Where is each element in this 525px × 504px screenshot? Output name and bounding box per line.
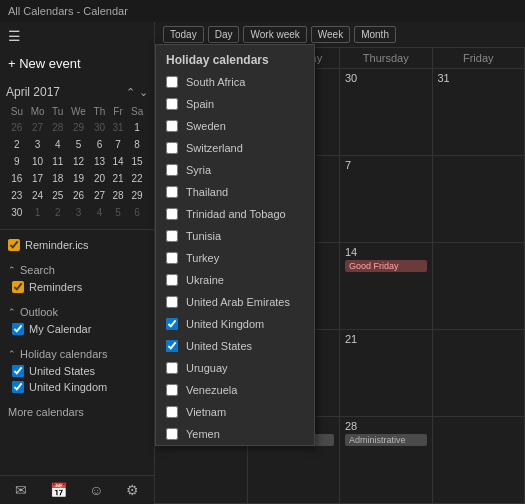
dropdown-item[interactable]: United States [156,335,314,357]
mini-cal-day[interactable]: 30 [8,205,26,220]
dropdown-item[interactable]: Spain [156,93,314,115]
mini-cal-day[interactable]: 31 [110,120,126,135]
work-week-button[interactable]: Work week [243,26,306,43]
dropdown-item[interactable]: Uruguay [156,357,314,379]
dropdown-item-checkbox[interactable] [166,120,178,132]
dropdown-item-checkbox[interactable] [166,186,178,198]
mini-cal-day[interactable]: 3 [68,205,89,220]
dropdown-item-checkbox[interactable] [166,428,178,440]
dropdown-item[interactable]: United Kingdom [156,313,314,335]
mini-cal-day[interactable]: 21 [110,171,126,186]
new-event-button[interactable]: + New event [8,52,146,75]
dropdown-item-checkbox[interactable] [166,98,178,110]
calendar-day[interactable]: 7 [340,156,433,242]
dropdown-item-checkbox[interactable] [166,142,178,154]
dropdown-item[interactable]: Trinidad and Tobago [156,203,314,225]
mini-cal-day[interactable]: 20 [91,171,108,186]
mini-cal-day[interactable]: 23 [8,188,26,203]
event-badge[interactable]: Administrative [345,434,427,446]
dropdown-item-checkbox[interactable] [166,164,178,176]
mini-cal-day[interactable]: 26 [8,120,26,135]
mini-cal-day[interactable]: 4 [49,137,66,152]
reminder-ics-checkbox[interactable] [8,239,20,251]
mini-cal-day[interactable]: 3 [28,137,48,152]
mini-cal-day[interactable]: 18 [49,171,66,186]
hamburger-button[interactable]: ☰ [8,28,146,44]
event-badge[interactable]: Good Friday [345,260,427,272]
dropdown-item-checkbox[interactable] [166,318,178,330]
mini-cal-day[interactable]: 30 [91,120,108,135]
mini-cal-day[interactable]: 25 [49,188,66,203]
mini-cal-day[interactable]: 29 [68,120,89,135]
month-button[interactable]: Month [354,26,396,43]
mini-cal-day[interactable]: 24 [28,188,48,203]
mini-cal-day[interactable]: 2 [8,137,26,152]
calendar-day[interactable] [433,156,526,242]
dropdown-item[interactable]: Tunisia [156,225,314,247]
mini-cal-day[interactable]: 26 [68,188,89,203]
week-button[interactable]: Week [311,26,350,43]
dropdown-item[interactable]: Syria [156,159,314,181]
mini-cal-day[interactable]: 8 [128,137,146,152]
mini-cal-day[interactable]: 27 [91,188,108,203]
mini-cal-day[interactable]: 17 [28,171,48,186]
mini-cal-day[interactable]: 4 [91,205,108,220]
dropdown-item-checkbox[interactable] [166,296,178,308]
more-calendars-header[interactable]: More calendars [8,403,146,421]
dropdown-item[interactable]: United Arab Emirates [156,291,314,313]
dropdown-item[interactable]: Yemen [156,423,314,445]
dropdown-item-checkbox[interactable] [166,230,178,242]
today-button[interactable]: Today [163,26,204,43]
mini-cal-day[interactable]: 5 [110,205,126,220]
dropdown-item-checkbox[interactable] [166,274,178,286]
mini-cal-day[interactable]: 28 [49,120,66,135]
mail-icon[interactable]: ✉ [15,482,27,498]
settings-icon[interactable]: ⚙ [126,482,139,498]
mini-cal-day[interactable]: 2 [49,205,66,220]
mini-cal-day[interactable]: 7 [110,137,126,152]
mini-cal-day[interactable]: 19 [68,171,89,186]
mini-cal-day[interactable]: 5 [68,137,89,152]
dropdown-item-checkbox[interactable] [166,340,178,352]
calendar-day[interactable] [433,243,526,329]
mini-cal-day[interactable]: 29 [128,188,146,203]
calendar-day[interactable]: 21 [340,330,433,416]
dropdown-item[interactable]: South Africa [156,71,314,93]
mini-cal-day[interactable]: 16 [8,171,26,186]
dropdown-item[interactable]: Thailand [156,181,314,203]
dropdown-item[interactable]: Venezuela [156,379,314,401]
mini-cal-day[interactable]: 28 [110,188,126,203]
mini-cal-day[interactable]: 12 [68,154,89,169]
dropdown-item[interactable]: Switzerland [156,137,314,159]
calendar-day[interactable] [433,417,526,503]
mini-cal-day[interactable]: 10 [28,154,48,169]
calendar-day[interactable]: 14Good Friday [340,243,433,329]
mini-cal-day[interactable]: 22 [128,171,146,186]
mini-cal-day[interactable]: 9 [8,154,26,169]
mini-cal-next[interactable]: ⌄ [139,86,148,99]
people-icon[interactable]: ☺ [89,482,103,498]
dropdown-item[interactable]: Turkey [156,247,314,269]
dropdown-item-checkbox[interactable] [166,406,178,418]
dropdown-item-checkbox[interactable] [166,252,178,264]
my-calendar-checkbox[interactable] [12,323,24,335]
calendar-day[interactable]: 30 [340,69,433,155]
reminders-checkbox[interactable] [12,281,24,293]
mini-cal-day[interactable]: 15 [128,154,146,169]
outlook-section-header[interactable]: ⌃ Outlook [8,303,146,321]
dropdown-item[interactable]: Ukraine [156,269,314,291]
mini-cal-day[interactable]: 14 [110,154,126,169]
us-holidays-checkbox[interactable] [12,365,24,377]
mini-cal-day[interactable]: 1 [28,205,48,220]
holiday-section-header[interactable]: ⌃ Holiday calendars [8,345,146,363]
dropdown-item-checkbox[interactable] [166,208,178,220]
dropdown-item-checkbox[interactable] [166,76,178,88]
dropdown-item-checkbox[interactable] [166,362,178,374]
mini-cal-day[interactable]: 6 [128,205,146,220]
day-button[interactable]: Day [208,26,240,43]
calendar-day[interactable] [433,330,526,416]
dropdown-item[interactable]: Sweden [156,115,314,137]
calendar-icon[interactable]: 📅 [50,482,67,498]
mini-cal-day[interactable]: 1 [128,120,146,135]
mini-cal-day[interactable]: 27 [28,120,48,135]
